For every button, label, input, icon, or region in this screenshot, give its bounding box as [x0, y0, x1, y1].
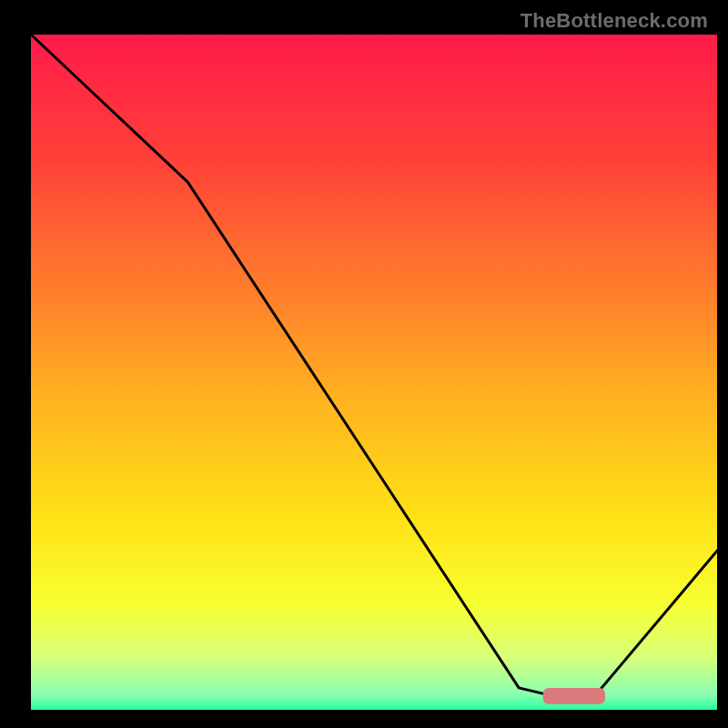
marker-region — [543, 688, 605, 704]
chart-svg — [9, 9, 719, 719]
chart-frame: TheBottleneck.com — [9, 9, 719, 719]
plot-background — [29, 33, 719, 712]
watermark-text: TheBottleneck.com — [521, 9, 708, 33]
